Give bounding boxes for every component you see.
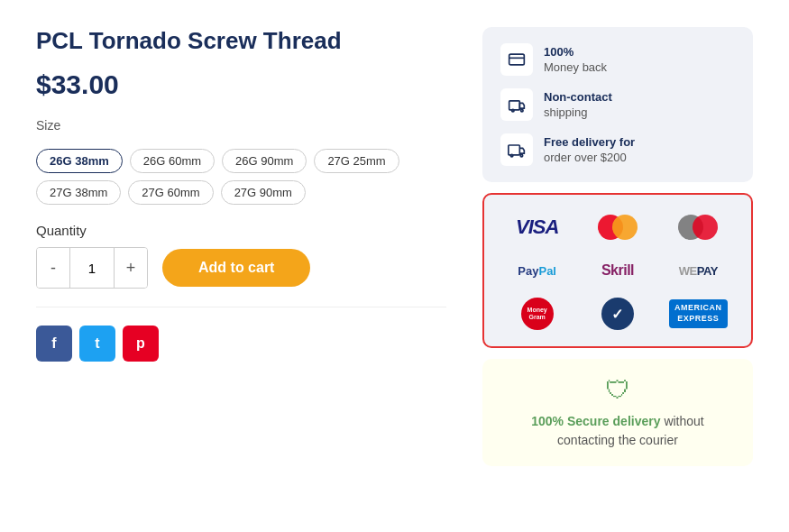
size-options: 26G 38mm 26G 60mm 26G 90mm 27G 25mm 27G … [36,149,446,205]
quantity-increase-button[interactable]: + [115,248,147,288]
payment-grid: VISA [502,211,733,330]
info-item-money-back: 100% Money back [500,43,735,76]
payment-methods-box: VISA [482,193,753,348]
shipping-subtitle: shipping [544,105,587,119]
size-option-27g-38mm[interactable]: 27G 38mm [36,180,121,205]
size-option-26g-90mm[interactable]: 26G 90mm [222,149,307,173]
divider [36,307,446,307]
paypal-logo: PayPal [518,254,556,287]
money-back-title: 100% [544,45,607,59]
delivery-text: Free delivery for order over $200 [544,135,635,165]
quantity-label: Quantity [36,223,446,238]
size-label: Size [36,118,60,133]
quantity-control: - + [36,247,148,289]
secure-bold-text: 100% Secure delivery [531,414,660,428]
money-back-subtitle: Money back [544,60,607,74]
svg-point-5 [510,154,513,157]
visa-logo: VISA [516,211,558,243]
money-back-icon [508,50,526,69]
svg-rect-0 [509,54,525,65]
social-buttons: f t p [36,326,446,362]
quantity-decrease-button[interactable]: - [37,248,69,288]
delivery-subtitle: order over $200 [544,151,627,164]
size-option-26g-60mm[interactable]: 26G 60mm [130,149,215,173]
info-item-delivery: Free delivery for order over $200 [500,133,735,166]
product-price: $33.00 [36,69,446,100]
size-option-27g-25mm[interactable]: 27G 25mm [314,149,399,173]
shipping-title: Non-contact [544,90,612,104]
money-back-text: 100% Money back [544,45,607,75]
svg-point-6 [520,154,523,157]
moneygram-logo: MoneyGram [521,298,554,330]
secure-delivery-text: 100% Secure delivery without contacting … [500,412,735,450]
svg-point-3 [521,109,524,112]
facebook-icon: f [51,335,56,352]
left-panel: PCL Tornado Screw Thread $33.00 Size 26G… [36,27,446,466]
add-to-cart-button[interactable]: Add to cart [162,249,310,287]
page-container: PCL Tornado Screw Thread $33.00 Size 26G… [36,27,753,466]
secure-delivery-box: 🛡 100% Secure delivery without contactin… [482,359,753,466]
maestro-logo [678,211,718,243]
info-box: 100% Money back Non-contact shipping [482,27,753,182]
quantity-row: - + Add to cart [36,247,446,289]
right-panel: 100% Money back Non-contact shipping [482,27,753,466]
twitter-icon: t [95,335,99,352]
secure-rest-text: without [664,414,703,428]
svg-rect-1 [509,101,520,110]
facebook-share-button[interactable]: f [36,326,72,362]
delivery-title: Free delivery for [544,135,635,149]
size-section: Size 26G 38mm 26G 60mm 26G 90mm 27G 25mm… [36,118,446,205]
info-item-shipping: Non-contact shipping [500,88,735,121]
delivery-icon [508,141,526,159]
amex-logo: AMERICANEXPRESS [669,298,728,330]
twitter-share-button[interactable]: t [79,326,115,362]
wepay-logo: WEPAY [679,254,718,287]
secure-line2-text: contacting the courier [557,433,678,447]
size-option-26g-38mm[interactable]: 26G 38mm [36,149,123,173]
skrill-logo: Skrill [601,254,634,287]
quantity-section: Quantity - + Add to cart [36,223,446,289]
pinterest-share-button[interactable]: p [123,326,159,362]
svg-rect-4 [509,145,520,155]
pinterest-icon: p [136,335,145,352]
delivery-icon-container [500,133,533,166]
size-option-27g-60mm[interactable]: 27G 60mm [128,180,213,205]
product-title: PCL Tornado Screw Thread [36,27,446,55]
shipping-icon [508,96,526,114]
size-option-27g-90mm[interactable]: 27G 90mm [221,180,306,205]
mastercard-logo [598,211,638,243]
shipping-text: Non-contact shipping [544,90,612,120]
money-back-icon-container [500,43,533,76]
shipping-icon-container [500,88,533,121]
quantity-input[interactable] [69,248,115,288]
bluepay-logo: ✓ [601,298,634,330]
shield-icon: 🛡 [500,375,735,405]
